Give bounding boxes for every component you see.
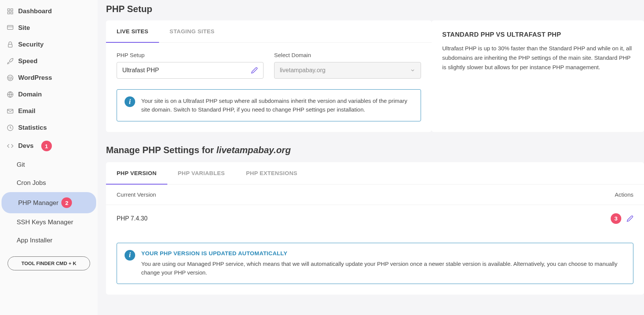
sidebar-item-security[interactable]: Security (0, 36, 98, 53)
sidebar-item-label: WordPress (18, 74, 52, 82)
svg-rect-6 (8, 44, 12, 47)
info-text-version: You are using our Managed PHP service, w… (141, 259, 625, 277)
info-icon: i (125, 250, 135, 261)
tab-php-extensions[interactable]: PHP EXTENSIONS (235, 162, 308, 184)
sidebar-subitem-label: SSH Keys Manager (17, 219, 73, 226)
dashboard-icon (7, 8, 14, 15)
sidebar-item-label: Site (18, 24, 30, 32)
tab-php-version[interactable]: PHP VERSION (106, 162, 167, 185)
svg-rect-3 (8, 12, 9, 14)
page-title: PHP Setup (106, 4, 644, 14)
pencil-icon[interactable] (251, 67, 258, 74)
tab-live-sites[interactable]: LIVE SITES (106, 20, 159, 43)
site-icon (7, 25, 14, 31)
sidebar-item-label: Email (18, 107, 35, 115)
side-panel: STANDARD PHP VS ULTRAFAST PHP Ultrafast … (432, 20, 644, 132)
php-setup-select[interactable]: Ultrafast PHP (117, 62, 264, 79)
col-actions: Actions (615, 191, 633, 198)
rocket-icon (7, 58, 14, 65)
wordpress-icon (7, 74, 14, 81)
version-row: PHP 7.4.30 3 (106, 205, 644, 232)
sidebar-item-label: Dashboard (18, 8, 52, 15)
sidebar-subitem-label: App Installer (17, 237, 53, 244)
sidebar-item-dashboard[interactable]: Dashboard (0, 3, 98, 20)
sidebar-item-email[interactable]: Email (0, 103, 98, 119)
col-version: Current Version (117, 191, 156, 198)
side-panel-text: Ultrafast PHP is up to 30% faster than t… (442, 44, 632, 72)
php-setup-card: LIVE SITESSTAGING SITES PHP Setup Ultraf… (106, 20, 432, 132)
svg-rect-1 (11, 9, 13, 11)
clock-icon (7, 124, 14, 131)
svg-rect-2 (11, 12, 13, 14)
edit-version-icon[interactable] (627, 215, 633, 222)
sidebar-item-label: Domain (18, 91, 42, 98)
info-text-setup: Your site is on a Ultrafast PHP setup wh… (141, 96, 413, 114)
domain-select[interactable]: livetampabay.org (274, 62, 421, 79)
main-content: PHP Setup LIVE SITESSTAGING SITES PHP Se… (98, 0, 644, 315)
sidebar-subitem-php-manager[interactable]: PHP Manager2 (2, 192, 96, 213)
sidebar-item-statistics[interactable]: Statistics (0, 119, 98, 136)
lock-icon (7, 41, 14, 48)
side-panel-title: STANDARD PHP VS ULTRAFAST PHP (442, 31, 632, 39)
info-banner-version: i YOUR PHP VERSION IS UPDATED AUTOMATICA… (117, 243, 633, 284)
sidebar-item-domain[interactable]: Domain (0, 86, 98, 103)
sidebar: DashboardSiteSecuritySpeedWordPressDomai… (0, 0, 98, 315)
svg-rect-4 (8, 25, 13, 29)
info-icon: i (125, 96, 135, 107)
php-setup-label: PHP Setup (117, 52, 264, 58)
domain-value: livetampabay.org (280, 67, 326, 74)
manage-card: PHP VERSIONPHP VARIABLESPHP EXTENSIONS C… (106, 162, 644, 295)
sidebar-subitem-ssh-keys-manager[interactable]: SSH Keys Manager (0, 213, 98, 231)
sidebar-item-devs[interactable]: Devs1 (0, 136, 98, 156)
manage-title: Manage PHP Settings for livetampabay.org (106, 145, 644, 155)
sidebar-item-label: Devs (18, 142, 34, 150)
sidebar-subitem-label: Git (17, 161, 25, 168)
tab-staging-sites[interactable]: STAGING SITES (159, 20, 225, 42)
setup-tabs: LIVE SITESSTAGING SITES (106, 20, 432, 43)
tool-finder-button[interactable]: TOOL FINDER CMD + K (8, 256, 90, 270)
code-icon (7, 143, 14, 149)
sidebar-item-label: Security (18, 41, 44, 48)
svg-rect-0 (8, 9, 9, 11)
php-setup-value: Ultrafast PHP (122, 67, 159, 74)
sidebar-subitem-git[interactable]: Git (0, 156, 98, 174)
info-banner-setup: i Your site is on a Ultrafast PHP setup … (117, 89, 421, 121)
sidebar-item-wordpress[interactable]: WordPress (0, 70, 98, 86)
tab-php-variables[interactable]: PHP VARIABLES (167, 162, 235, 184)
mail-icon (7, 108, 14, 115)
step-badge-1: 1 (41, 141, 52, 151)
sidebar-subitem-app-installer[interactable]: App Installer (0, 231, 98, 250)
manage-tabs: PHP VERSIONPHP VARIABLESPHP EXTENSIONS (106, 162, 644, 185)
sidebar-item-label: Speed (18, 57, 37, 65)
sidebar-item-speed[interactable]: Speed (0, 53, 98, 70)
version-value: PHP 7.4.30 (117, 215, 148, 222)
sidebar-subitem-label: PHP Manager (18, 199, 58, 206)
globe-icon (7, 91, 14, 98)
step-badge-2: 2 (61, 197, 72, 208)
sidebar-item-site[interactable]: Site (0, 20, 98, 36)
chevron-down-icon (410, 68, 415, 73)
select-domain-label: Select Domain (274, 52, 421, 58)
sidebar-item-label: Statistics (18, 124, 47, 132)
step-badge-3: 3 (611, 213, 621, 224)
info-title-version: YOUR PHP VERSION IS UPDATED AUTOMATICALL… (141, 250, 625, 256)
sidebar-subitem-cron-jobs[interactable]: Cron Jobs (0, 174, 98, 192)
sidebar-subitem-label: Cron Jobs (17, 179, 46, 186)
